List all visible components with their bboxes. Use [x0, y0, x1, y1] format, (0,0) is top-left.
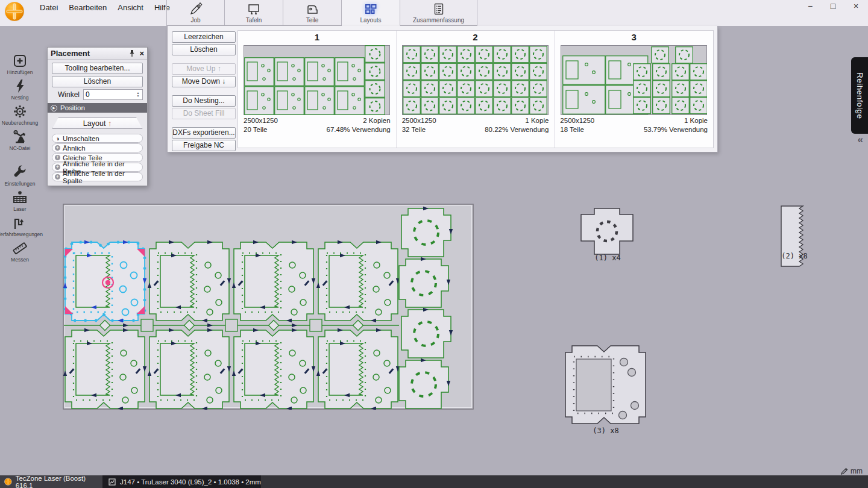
part-3-count-label: (3) x8	[564, 427, 647, 435]
up-arrow-icon: ↑	[108, 119, 112, 128]
release-nc-button[interactable]: Freigabe NC	[172, 140, 236, 151]
sheet-board-icon	[247, 2, 261, 16]
lightning-icon	[12, 78, 28, 94]
menu-bar: Datei Bearbeiten Ansicht Hilfe	[40, 3, 170, 12]
tool-hinzufuegen-label: Hinzufügen	[7, 69, 33, 75]
toggle-icon: ◑	[55, 136, 60, 141]
nesting-canvas[interactable]	[63, 204, 474, 410]
gear-icon	[12, 104, 28, 119]
tab-layouts-active[interactable]: Layouts	[342, 0, 400, 26]
layout-2-number: 2	[397, 32, 555, 45]
placement-close-icon[interactable]: ×	[139, 49, 144, 57]
layout-actions: Leerzeichen einfügen Löschen Move Up ↑ M…	[172, 31, 236, 152]
tab-tafeln[interactable]: Tafeln	[225, 0, 283, 26]
layout-card-1[interactable]: 1	[238, 31, 397, 148]
layout-1-number: 1	[238, 32, 396, 45]
unit-indicator[interactable]: mm	[840, 467, 863, 475]
do-sheet-fill-button[interactable]: Do Sheet Fill	[172, 108, 236, 119]
edit-unit-pencil-icon	[840, 467, 849, 475]
tool-messen-label: Messen	[11, 257, 29, 263]
job-info-segment[interactable]: J147 • TruLaser 3040 (L95)_2 • 1.0038 • …	[102, 475, 261, 488]
layout-1-parts: 20 Teile	[244, 125, 267, 134]
tool-neuberechnung-label: Neuberechnung	[2, 120, 39, 126]
tab-teile[interactable]: Teile	[283, 0, 342, 26]
app-version-text: TecZone Laser (Boost) 616.1	[16, 475, 102, 488]
tab-job[interactable]: Job	[166, 0, 225, 26]
tool-einstellungen-label: Einstellungen	[4, 181, 35, 187]
layout-1-copies: 2 Kopien	[363, 116, 390, 125]
menu-datei[interactable]: Datei	[40, 3, 58, 12]
tool-laser[interactable]: Laser	[0, 190, 40, 212]
tab-zusammenfassung[interactable]: Zusammenfassung	[400, 0, 477, 26]
part-preview-1[interactable]	[580, 207, 635, 255]
nested-part[interactable]	[232, 240, 315, 322]
selected-part[interactable]	[63, 240, 146, 322]
angle-spinner[interactable]: ▲▼	[134, 90, 142, 99]
option-umschalten[interactable]: ◑ Umschalten	[52, 134, 143, 143]
nested-part[interactable]	[63, 328, 146, 410]
do-nesting-button[interactable]: Do Nesting...	[172, 95, 236, 107]
menu-bearbeiten[interactable]: Bearbeiten	[69, 3, 107, 12]
move-up-button[interactable]: Move Up ↑	[172, 63, 236, 75]
layout-3-number: 3	[555, 32, 713, 45]
close-button[interactable]: ×	[851, 1, 861, 11]
tool-einstellungen[interactable]: Einstellungen	[0, 164, 40, 187]
tool-nc-datei-label: NC-Datei	[10, 145, 31, 151]
job-info-icon	[108, 478, 116, 486]
tool-neuberechnung[interactable]: Neuberechnung	[0, 104, 40, 126]
layout-card-2[interactable]: 2 2500x1250 1 Kopie 32 Teile 80.22% Verw…	[397, 31, 555, 148]
minimize-button[interactable]: −	[805, 1, 815, 11]
tool-verfahrbewegungen[interactable]: Verfahrbewegungen	[0, 215, 40, 237]
delete-placement-button[interactable]: Löschen	[52, 76, 143, 87]
delete-layout-button[interactable]: Löschen	[172, 44, 236, 55]
layout-2-stats: 2500x1250 1 Kopie 32 Teile 80.22% Verwen…	[397, 115, 555, 134]
export-dxf-button[interactable]: DXFs exportieren...	[172, 127, 236, 139]
main-tabs: Job Tafeln Teile Layouts Zusam	[166, 0, 477, 26]
layout-3-parts: 18 Teile	[560, 125, 583, 134]
nested-part[interactable]	[148, 328, 231, 410]
layout-3-copies: 1 Kopie	[684, 116, 708, 125]
angle-input[interactable]	[86, 90, 128, 99]
tool-messen[interactable]: Messen	[0, 240, 40, 263]
pin-icon[interactable]	[129, 49, 135, 57]
part-2-count-label: (2) x8	[775, 252, 814, 260]
layout-3-usage: 53.79% Verwendung	[644, 125, 708, 134]
tool-nesting[interactable]: Nesting	[0, 78, 40, 101]
layout-1-usage: 67.48% Verwendung	[327, 125, 391, 134]
plus-circle-icon: +	[55, 164, 60, 170]
nested-part[interactable]	[232, 328, 315, 410]
position-section-label: Position	[60, 104, 85, 111]
edit-tooling-button[interactable]: Tooling bearbeiten...	[52, 63, 143, 74]
collapse-panel-icon[interactable]: «	[858, 134, 863, 146]
selection-options: ◑ Umschalten + Ähnlich + Gleiche Teile +…	[52, 134, 143, 181]
plus-circle-icon: +	[55, 155, 60, 160]
move-down-button[interactable]: Move Down ↓	[172, 76, 236, 87]
option-aehnlich[interactable]: + Ähnlich	[52, 143, 143, 152]
status-bar: TecZone Laser (Boost) 616.1 J147 • TruLa…	[0, 475, 868, 488]
tool-hinzufuegen[interactable]: Hinzufügen	[0, 53, 40, 75]
layouts-panel: Leerzeichen einfügen Löschen Move Up ↑ M…	[167, 26, 718, 152]
placement-header[interactable]: Placement ×	[48, 48, 147, 60]
tab-tafeln-label: Tafeln	[246, 17, 262, 23]
maximize-button[interactable]: □	[828, 1, 838, 11]
option-aehnliche-spalte[interactable]: + Ähnliche Teile in der Spalte	[52, 172, 143, 181]
part-icon	[305, 2, 319, 16]
tool-nc-datei[interactable]: NC-Datei	[0, 129, 40, 151]
menu-ansicht[interactable]: Ansicht	[118, 3, 143, 12]
plus-circle-icon: +	[55, 145, 60, 151]
layout-level-button[interactable]: Layout ↑	[52, 117, 143, 129]
insert-space-button[interactable]: Leerzeichen einfügen	[172, 31, 236, 43]
tool-laser-label: Laser	[13, 206, 26, 212]
nested-part[interactable]	[148, 240, 231, 322]
placement-title: Placement	[51, 49, 129, 58]
tab-teile-label: Teile	[306, 17, 319, 23]
position-section-header[interactable]: ▶ Position	[48, 103, 147, 113]
nested-part[interactable]	[316, 328, 400, 410]
layout-card-3[interactable]: 3 2500x1250 1 Kopie 18 Teile 53.79% Verw…	[555, 31, 713, 148]
nested-part[interactable]	[316, 240, 400, 322]
part-preview-3[interactable]	[564, 345, 647, 425]
tab-job-label: Job	[190, 17, 200, 23]
app-version-segment[interactable]: TecZone Laser (Boost) 616.1	[0, 475, 102, 488]
reihenfolge-tab[interactable]: Reihenfolge	[851, 57, 868, 134]
angle-field[interactable]: ▲▼	[83, 89, 143, 100]
